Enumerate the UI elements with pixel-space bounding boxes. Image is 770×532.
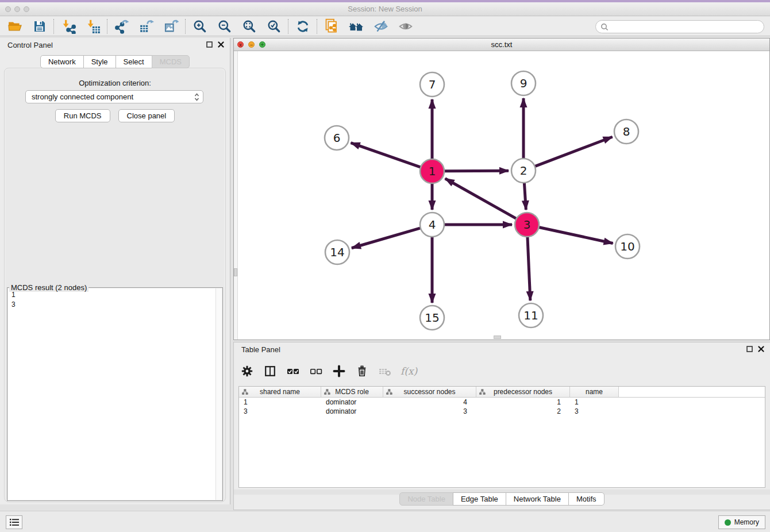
mcds-result-box: MCDS result (2 nodes) 1 3	[7, 283, 223, 501]
export-table-icon[interactable]	[134, 18, 159, 35]
tab-network[interactable]: Network	[40, 55, 84, 68]
function-builder-icon-disabled: f(x)	[401, 364, 417, 379]
import-network-icon[interactable]	[56, 18, 80, 35]
cell-successor-nodes: 3	[383, 407, 476, 416]
edge-4-14[interactable]	[352, 228, 421, 248]
delete-table-icon-disabled	[378, 364, 392, 379]
select-all-icon[interactable]	[286, 364, 301, 379]
mcds-result-scrollbar[interactable]	[215, 288, 222, 500]
show-column-icon[interactable]	[263, 364, 278, 379]
node-label-7: 7	[429, 78, 436, 91]
close-panel-icon[interactable]	[758, 346, 764, 352]
tab-node-table[interactable]: Node Table	[399, 492, 453, 506]
table-panel-header: Table Panel	[234, 342, 770, 357]
network-frame-title: scc.txt	[234, 40, 769, 49]
float-panel-icon[interactable]	[206, 41, 213, 48]
close-panel-button[interactable]: Close panel	[118, 109, 175, 122]
home-icon[interactable]	[344, 18, 368, 35]
float-panel-icon[interactable]	[746, 346, 753, 352]
table-header-row: shared nameMCDS rolesuccessor nodesprede…	[239, 387, 765, 398]
task-history-button[interactable]	[6, 515, 22, 529]
zoom-fit-icon[interactable]	[237, 18, 261, 35]
tab-select[interactable]: Select	[116, 55, 152, 68]
network-hscroll-thumb[interactable]	[494, 336, 501, 339]
save-icon[interactable]	[27, 18, 52, 35]
memory-status-dot	[725, 519, 731, 526]
column-header-predecessor-nodes[interactable]: predecessor nodes	[476, 387, 570, 397]
deselect-all-icon[interactable]	[309, 364, 324, 379]
run-mcds-button[interactable]: Run MCDS	[55, 109, 110, 122]
edge-2-8[interactable]	[535, 137, 613, 166]
show-graphics-details-icon[interactable]	[393, 18, 418, 35]
node-label-2: 2	[520, 164, 528, 178]
column-header-successor-nodes[interactable]: successor nodes	[383, 387, 476, 397]
hide-graphics-details-icon[interactable]	[368, 18, 393, 35]
network-from-document-icon[interactable]	[319, 18, 344, 35]
add-column-icon[interactable]	[332, 364, 346, 379]
edge-3-11[interactable]	[528, 237, 530, 300]
tab-network-table[interactable]: Network Table	[506, 492, 569, 506]
export-image-icon[interactable]	[159, 18, 183, 35]
node-label-8: 8	[623, 125, 630, 138]
mcds-result-text[interactable]: 1 3	[8, 288, 222, 500]
node-label-6: 6	[333, 131, 341, 145]
export-network-icon[interactable]	[109, 18, 134, 35]
cell-predecessor-nodes: 1	[476, 398, 570, 407]
cell-shared-name: 1	[239, 398, 321, 407]
network-vertical-scrollbar[interactable]	[234, 51, 238, 340]
table-settings-gear-icon[interactable]	[240, 364, 255, 379]
criterion-select[interactable]: strongly connected component	[25, 90, 203, 103]
optimization-criterion-label: Optimization criterion:	[0, 79, 230, 87]
zoom-out-icon[interactable]	[212, 18, 237, 35]
node-label-10: 10	[620, 240, 634, 253]
cell-shared-name: 3	[239, 407, 321, 416]
delete-column-trash-icon[interactable]	[355, 364, 369, 379]
zoom-selected-icon[interactable]	[261, 18, 286, 35]
list-icon	[10, 518, 19, 526]
column-header-shared-name[interactable]: shared name	[239, 387, 321, 397]
column-label: name	[586, 388, 603, 396]
toolbar-separator	[107, 19, 107, 34]
cell-predecessor-nodes: 2	[476, 407, 570, 416]
control-panel-title: Control Panel	[7, 41, 53, 49]
column-header-name[interactable]: name	[570, 387, 619, 397]
status-bar: Memory	[0, 511, 770, 532]
column-label: predecessor nodes	[494, 388, 552, 396]
tab-mcds[interactable]: MCDS	[152, 55, 190, 68]
network-vscroll-thumb[interactable]	[234, 268, 237, 276]
search-input[interactable]	[611, 22, 759, 32]
edge-2-3[interactable]	[524, 183, 526, 210]
table-row[interactable]: 3dominator323	[239, 407, 765, 416]
edge-1-2[interactable]	[444, 171, 509, 171]
table-panel: Table Panel f(x) shared n	[233, 342, 770, 510]
network-graph[interactable]: 7968124314101511	[234, 51, 769, 340]
network-canvas[interactable]: 7968124314101511	[234, 51, 769, 340]
toolbar-separator	[288, 19, 288, 34]
node-label-15: 15	[425, 311, 439, 325]
memory-button[interactable]: Memory	[718, 515, 765, 529]
node-label-3: 3	[523, 218, 531, 232]
edge-3-1[interactable]	[445, 179, 517, 219]
close-panel-icon[interactable]	[218, 41, 224, 48]
refresh-icon[interactable]	[290, 18, 315, 35]
table-row[interactable]: 1dominator411	[239, 398, 765, 407]
column-label: successor nodes	[403, 388, 455, 396]
open-folder-icon[interactable]	[2, 18, 27, 35]
control-panel-tabs: NetworkStyleSelectMCDS	[0, 55, 230, 68]
zoom-in-icon[interactable]	[187, 18, 212, 35]
tab-style[interactable]: Style	[83, 55, 116, 68]
toolbar-separator	[185, 19, 186, 34]
network-frame-titlebar[interactable]: x – + scc.txt	[234, 38, 769, 51]
node-label-1: 1	[429, 164, 436, 178]
edge-1-6[interactable]	[351, 143, 421, 167]
column-header-mcds-role[interactable]: MCDS role	[321, 387, 383, 397]
search-box[interactable]	[595, 20, 764, 33]
tab-edge-table[interactable]: Edge Table	[453, 492, 506, 506]
column-label: shared name	[260, 388, 300, 396]
tab-motifs[interactable]: Motifs	[568, 492, 605, 506]
node-label-9: 9	[520, 76, 528, 90]
edge-3-10[interactable]	[539, 227, 613, 243]
cell-name: 3	[570, 407, 619, 416]
node-table[interactable]: shared nameMCDS rolesuccessor nodesprede…	[238, 386, 765, 488]
import-table-icon[interactable]	[80, 18, 105, 35]
